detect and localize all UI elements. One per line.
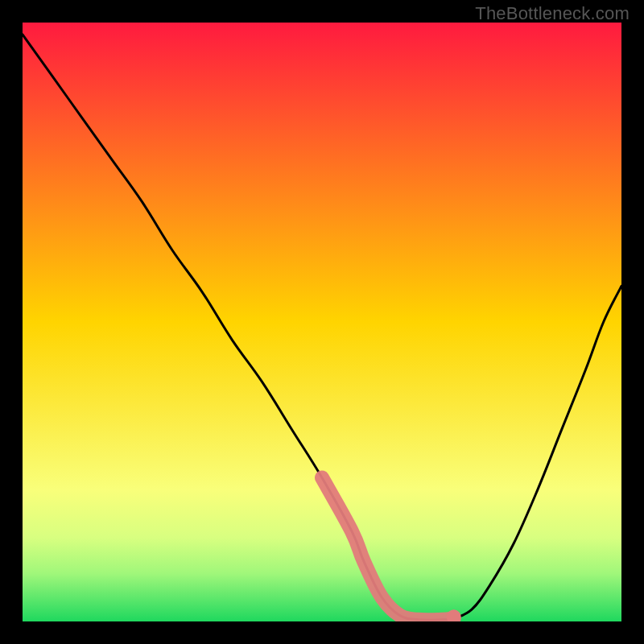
bottleneck-chart (23, 23, 621, 621)
watermark-text: TheBottleneck.com (475, 3, 630, 24)
gradient-background (23, 23, 621, 621)
plot-area (23, 23, 621, 621)
chart-frame: TheBottleneck.com (0, 0, 644, 644)
